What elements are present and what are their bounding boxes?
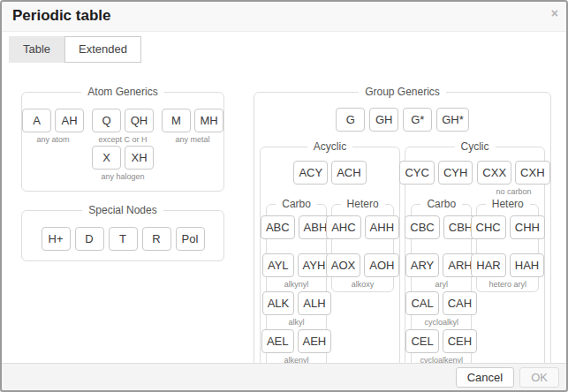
cyclic-legend: Cyclic xyxy=(455,141,496,153)
group-caption: any halogen xyxy=(101,171,144,182)
hetero-group: AHCAHH xyxy=(326,215,399,252)
close-icon[interactable]: × xyxy=(551,7,558,19)
right-column: Group Generics GGHG*GH* Acyclic ACYACH xyxy=(254,87,551,363)
acyclic-hetero-section: Hetero AHCAHH AOXAOH alkoxy xyxy=(331,199,394,292)
group-generic-button[interactable]: GH xyxy=(369,108,398,132)
atom-generics-legend: Atom Generics xyxy=(81,87,163,98)
hetero-legend: Hetero xyxy=(486,199,530,210)
cyclic-carbo-button[interactable]: CEH xyxy=(443,329,477,353)
button-pair: CBCCBH xyxy=(405,215,478,239)
button-pair: XXH xyxy=(92,146,154,170)
group-caption: alkoxy xyxy=(352,279,375,290)
cyclic-carbo-section: Carbo CBCCBH ARYARH aryl xyxy=(411,199,472,363)
atom-generic-button[interactable]: AH xyxy=(55,109,84,132)
button-pair: ACYACH xyxy=(293,161,366,185)
cyclic-hetero-section: Hetero CHCCHH HARHAH hetero a xyxy=(476,199,539,292)
atom-generic-button[interactable]: A xyxy=(22,109,51,132)
atom-generic-button[interactable]: M xyxy=(162,109,191,132)
acyclic-hetero-button[interactable]: AOH xyxy=(364,253,399,277)
carbo-group: CALCAH cycloalkyl xyxy=(405,291,477,328)
group-generic-button[interactable]: GH* xyxy=(436,108,469,132)
cyclic-hetero-button[interactable]: HAH xyxy=(510,253,544,277)
carbo-groups: ABCABH AYLAYH alkynyl ALKAL xyxy=(270,213,322,363)
hetero-groups: CHCCHH HARHAH hetero aryl xyxy=(481,213,534,290)
button-pair: AAH xyxy=(22,109,84,132)
cyclic-carbo-button[interactable]: CAL xyxy=(405,291,438,315)
group-caption: any metal xyxy=(175,134,209,145)
special-node-button[interactable]: D xyxy=(75,227,104,251)
group-caption: hetero aryl xyxy=(488,279,526,290)
acyclic-carbo-button[interactable]: AEL xyxy=(261,329,294,353)
hetero-groups: AHCAHH AOXAOH alkoxy xyxy=(336,213,390,290)
acyclic-columns: Carbo ABCABH AYLAYH alkynyl xyxy=(266,199,394,363)
atom-generic-group: AAH any atom xyxy=(22,109,84,145)
button-pair: MMH xyxy=(162,109,223,132)
acyclic-carbo-button[interactable]: ABC xyxy=(261,215,295,239)
tab-table[interactable]: Table xyxy=(9,36,64,63)
periodic-table-dialog: Periodic table × Table Extended Atom Gen… xyxy=(0,0,568,392)
cyclic-button[interactable]: CYC xyxy=(399,161,434,185)
extended-content: Atom Generics AAH any atom QQH except C … xyxy=(9,63,559,363)
acyclic-hetero-button[interactable]: AHC xyxy=(326,215,360,239)
group-caption: alkenyl xyxy=(284,355,309,363)
cyclic-button[interactable]: CYH xyxy=(438,161,473,185)
group-generic-button[interactable]: G xyxy=(336,108,365,132)
cyclic-carbo-button[interactable]: CAH xyxy=(443,291,477,315)
button-pair: AHCAHH xyxy=(326,215,399,239)
cyclic-hetero-button[interactable]: CHH xyxy=(510,215,545,239)
atom-generic-button[interactable]: XH xyxy=(125,146,154,170)
atom-generic-group: XXH any halogen xyxy=(92,146,154,182)
atom-generic-button[interactable]: MH xyxy=(194,109,223,132)
atom-generic-group: MMH any metal xyxy=(162,109,223,145)
button-pair: AOXAOH xyxy=(326,253,400,277)
cancel-button[interactable]: Cancel xyxy=(456,367,514,388)
acyclic-legend: Acyclic xyxy=(307,141,352,153)
group-generics-top-row: GGHG*GH* xyxy=(260,108,545,132)
tab-bar: Table Extended xyxy=(9,36,559,63)
atom-generic-button[interactable]: X xyxy=(92,146,121,170)
carbo-group: CBCCBH xyxy=(405,215,478,252)
group-caption: alkynyl xyxy=(284,279,309,290)
acyclic-carbo-button[interactable]: AYL xyxy=(262,253,294,277)
acyclic-button[interactable]: ACH xyxy=(331,161,366,185)
cyclic-carbo-button[interactable]: CBC xyxy=(405,215,439,239)
cyclic-button[interactable]: CXH xyxy=(515,161,549,185)
cyclic-button[interactable]: CXX xyxy=(477,161,511,185)
atom-generics-section: Atom Generics AAH any atom QQH except C … xyxy=(21,87,224,192)
special-node-button[interactable]: T xyxy=(109,227,138,251)
acyclic-carbo-button[interactable]: ALH xyxy=(298,291,330,315)
cyclic-hetero-button[interactable]: HAR xyxy=(471,253,505,277)
cyclic-hetero-button[interactable]: CHC xyxy=(471,215,506,239)
button-pair: CHCCHH xyxy=(471,215,545,239)
carbo-group: ALKALH alkyl xyxy=(262,291,331,328)
special-node-button[interactable]: H+ xyxy=(42,227,71,251)
special-node-button[interactable]: R xyxy=(142,227,171,251)
atom-generic-group: QQH except C or H xyxy=(92,109,154,145)
atom-generic-button[interactable]: Q xyxy=(92,109,121,132)
button-pair: QQH xyxy=(92,109,154,132)
acyclic-carbo-button[interactable]: AEH xyxy=(298,329,332,353)
special-node-button[interactable]: Pol xyxy=(176,227,205,251)
atom-generic-button[interactable]: QH xyxy=(125,109,154,132)
acyclic-hetero-button[interactable]: AOX xyxy=(326,253,360,277)
cyclic-section: Cyclic CYCCYH CXXCXH no carbon xyxy=(405,141,545,363)
acyclic-button[interactable]: ACY xyxy=(293,161,328,185)
cyclic-group: CXXCXH no carbon xyxy=(477,161,549,197)
cyclic-carbo-button[interactable]: CEL xyxy=(405,329,438,353)
hetero-group: HARHAH hetero aryl xyxy=(471,253,544,290)
button-pair: ABCABH xyxy=(261,215,332,239)
ok-button[interactable]: OK xyxy=(519,367,559,388)
tab-extended[interactable]: Extended xyxy=(64,36,141,63)
acyclic-hetero-button[interactable]: AHH xyxy=(365,215,399,239)
group-generic-button[interactable]: G* xyxy=(403,108,432,132)
button-pair: AELAEH xyxy=(261,329,331,353)
acyclic-carbo-button[interactable]: ALK xyxy=(262,291,295,315)
group-caption: cycloalkenyl xyxy=(420,355,463,363)
special-nodes-legend: Special Nodes xyxy=(82,205,163,216)
special-nodes-row: H+DTRPol xyxy=(27,221,218,253)
group-caption: except C or H xyxy=(98,134,147,145)
cyclic-carbo-button[interactable]: ARY xyxy=(405,253,440,277)
carbo-group: AELAEH alkenyl xyxy=(261,329,331,363)
special-nodes-section: Special Nodes H+DTRPol xyxy=(21,205,224,261)
button-pair: CALCAH xyxy=(405,291,477,315)
